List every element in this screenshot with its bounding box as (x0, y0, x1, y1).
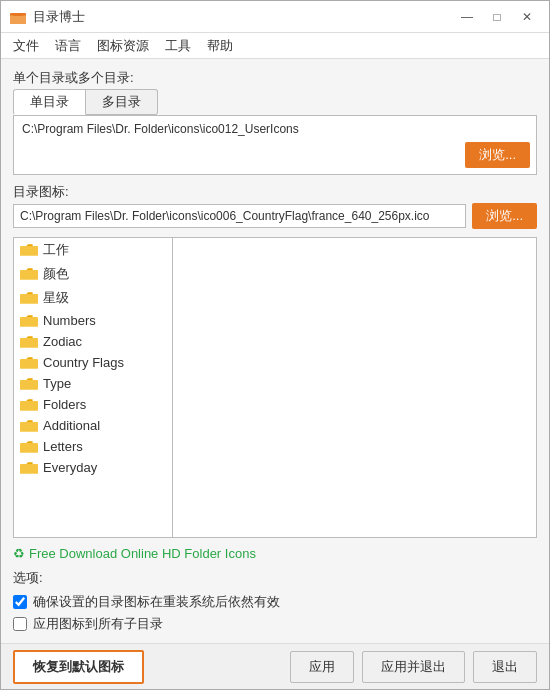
svg-rect-1 (10, 15, 26, 24)
download-label: Free Download Online HD Folder Icons (29, 546, 256, 561)
option-label-1: 确保设置的目录图标在重装系统后依然有效 (33, 593, 280, 611)
folder-list-item[interactable]: Type (14, 373, 172, 394)
main-content: 单个目录或多个目录: 单目录 多目录 C:\Program Files\Dr. … (1, 59, 549, 643)
option-label-2: 应用图标到所有子目录 (33, 615, 163, 633)
title-bar: 目录博士 — □ ✕ (1, 1, 549, 33)
browse-directory-button[interactable]: 浏览... (465, 142, 530, 168)
icon-path-input[interactable] (13, 204, 466, 228)
svg-rect-3 (20, 270, 38, 280)
folder-item-label: 颜色 (43, 265, 69, 283)
menu-language[interactable]: 语言 (47, 35, 89, 57)
folder-item-label: 工作 (43, 241, 69, 259)
directory-section: 单个目录或多个目录: 单目录 多目录 C:\Program Files\Dr. … (13, 69, 537, 175)
main-window: 目录博士 — □ ✕ 文件 语言 图标资源 工具 帮助 单个目录或多个目录: 单… (0, 0, 550, 690)
menu-help[interactable]: 帮助 (199, 35, 241, 57)
apply-exit-button[interactable]: 应用并退出 (362, 651, 465, 683)
option-checkbox-1-row[interactable]: 确保设置的目录图标在重装系统后依然有效 (13, 593, 537, 611)
maximize-button[interactable]: □ (483, 6, 511, 28)
icon-path-row: 浏览... (13, 203, 537, 229)
recycle-icon: ♻ (13, 546, 25, 561)
icon-section: 目录图标: 浏览... (13, 183, 537, 229)
folder-item-label: Folders (43, 397, 86, 412)
options-label: 选项: (13, 569, 537, 587)
window-title: 目录博士 (33, 8, 453, 26)
folder-list-item[interactable]: 工作 (14, 238, 172, 262)
folder-item-label: Country Flags (43, 355, 124, 370)
folder-list-item[interactable]: Everyday (14, 457, 172, 478)
folder-list-item[interactable]: Zodiac (14, 331, 172, 352)
folder-list-item[interactable]: 颜色 (14, 262, 172, 286)
tab-multi[interactable]: 多目录 (86, 89, 158, 115)
svg-rect-7 (20, 358, 38, 368)
folder-list-item[interactable]: Additional (14, 415, 172, 436)
options-section: 选项: 确保设置的目录图标在重装系统后依然有效 应用图标到所有子目录 (13, 569, 537, 633)
minimize-button[interactable]: — (453, 6, 481, 28)
option-checkbox-1[interactable] (13, 595, 27, 609)
svg-rect-12 (20, 463, 38, 473)
svg-rect-5 (20, 316, 38, 326)
restore-button[interactable]: 恢复到默认图标 (13, 650, 144, 684)
directory-label: 单个目录或多个目录: (13, 69, 537, 87)
download-link[interactable]: ♻ Free Download Online HD Folder Icons (13, 546, 537, 561)
folder-list-item[interactable]: 星级 (14, 286, 172, 310)
download-section: ♻ Free Download Online HD Folder Icons (13, 546, 537, 561)
apply-button[interactable]: 应用 (290, 651, 354, 683)
folder-item-label: Type (43, 376, 71, 391)
svg-rect-4 (20, 294, 38, 304)
menu-tools[interactable]: 工具 (157, 35, 199, 57)
svg-rect-8 (20, 379, 38, 389)
folder-item-label: Everyday (43, 460, 97, 475)
directory-path-box: C:\Program Files\Dr. Folder\icons\ico012… (13, 115, 537, 175)
folder-item-label: Numbers (43, 313, 96, 328)
close-button[interactable]: ✕ (513, 6, 541, 28)
menu-file[interactable]: 文件 (5, 35, 47, 57)
folder-item-label: Additional (43, 418, 100, 433)
tab-single[interactable]: 单目录 (13, 89, 86, 115)
svg-rect-6 (20, 337, 38, 347)
folder-list-item[interactable]: Country Flags (14, 352, 172, 373)
svg-rect-9 (20, 400, 38, 410)
folder-list-item[interactable]: Folders (14, 394, 172, 415)
option-checkbox-2[interactable] (13, 617, 27, 631)
menu-icons[interactable]: 图标资源 (89, 35, 157, 57)
app-icon (9, 8, 27, 26)
exit-button[interactable]: 退出 (473, 651, 537, 683)
tab-row: 单目录 多目录 (13, 89, 537, 115)
directory-path-value: C:\Program Files\Dr. Folder\icons\ico012… (22, 122, 299, 136)
window-controls: — □ ✕ (453, 6, 541, 28)
icon-label: 目录图标: (13, 183, 537, 201)
folder-item-label: Zodiac (43, 334, 82, 349)
svg-rect-11 (20, 442, 38, 452)
option-checkbox-2-row[interactable]: 应用图标到所有子目录 (13, 615, 537, 633)
browse-icon-button[interactable]: 浏览... (472, 203, 537, 229)
svg-rect-2 (20, 246, 38, 256)
svg-rect-10 (20, 421, 38, 431)
folder-list-item[interactable]: Letters (14, 436, 172, 457)
folder-item-label: Letters (43, 439, 83, 454)
folder-item-label: 星级 (43, 289, 69, 307)
menubar: 文件 语言 图标资源 工具 帮助 (1, 33, 549, 59)
folder-list-section: 工作颜色星级NumbersZodiacCountry FlagsTypeFold… (13, 237, 537, 538)
folder-list-item[interactable]: Numbers (14, 310, 172, 331)
bottom-bar: 恢复到默认图标 应用 应用并退出 退出 (1, 643, 549, 689)
preview-area (173, 237, 537, 538)
folder-list: 工作颜色星级NumbersZodiacCountry FlagsTypeFold… (13, 237, 173, 538)
